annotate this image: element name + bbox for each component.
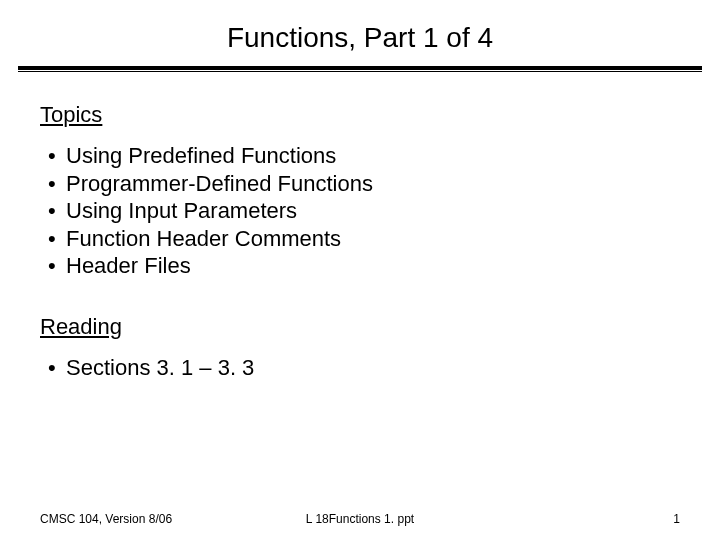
bullet-icon: •	[48, 225, 66, 253]
reading-list: •Sections 3. 1 – 3. 3	[40, 354, 680, 382]
topics-heading: Topics	[40, 102, 680, 128]
bullet-icon: •	[48, 354, 66, 382]
bullet-icon: •	[48, 197, 66, 225]
list-item: •Using Input Parameters	[40, 197, 680, 225]
list-item-label: Function Header Comments	[66, 226, 341, 251]
list-item-label: Using Predefined Functions	[66, 143, 336, 168]
footer-center: L 18Functions 1. ppt	[0, 512, 720, 526]
footer-right: 1	[673, 512, 680, 526]
slide: Functions, Part 1 of 4 Topics •Using Pre…	[0, 0, 720, 540]
list-item: •Function Header Comments	[40, 225, 680, 253]
bullet-icon: •	[48, 252, 66, 280]
bullet-icon: •	[48, 142, 66, 170]
topics-list: •Using Predefined Functions •Programmer-…	[40, 142, 680, 280]
bullet-icon: •	[48, 170, 66, 198]
list-item-label: Programmer-Defined Functions	[66, 171, 373, 196]
slide-title: Functions, Part 1 of 4	[0, 0, 720, 66]
list-item: •Header Files	[40, 252, 680, 280]
list-item-label: Sections 3. 1 – 3. 3	[66, 355, 254, 380]
list-item: •Programmer-Defined Functions	[40, 170, 680, 198]
list-item: •Using Predefined Functions	[40, 142, 680, 170]
list-item: •Sections 3. 1 – 3. 3	[40, 354, 680, 382]
title-divider	[18, 66, 702, 70]
list-item-label: Header Files	[66, 253, 191, 278]
list-item-label: Using Input Parameters	[66, 198, 297, 223]
reading-heading: Reading	[40, 314, 680, 340]
slide-body: Topics •Using Predefined Functions •Prog…	[0, 70, 720, 381]
